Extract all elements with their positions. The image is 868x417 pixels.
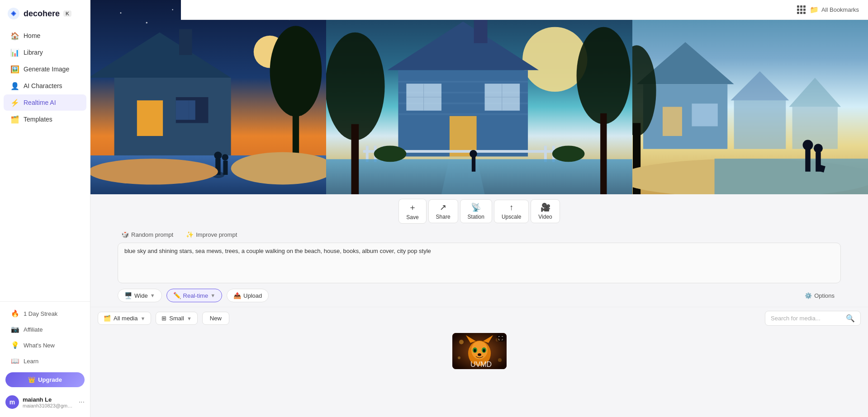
thumbnail-gallery: UVMD ⛶ [90, 329, 868, 373]
learn-item[interactable]: 📖 Learn [4, 353, 86, 369]
user-area[interactable]: m maianh Le maianh310823@gmail.com ··· [0, 391, 90, 413]
sidebar-item-ai-characters[interactable]: 👤 AI Characters [4, 78, 86, 94]
improve-icon: ✨ [186, 231, 194, 238]
prompt-controls: 🖥️ Wide ▼ ✏️ Real-time ▼ 📤 Upload ⚙️ Opt… [118, 289, 841, 302]
svg-rect-37 [398, 81, 528, 83]
affiliate-icon: 📷 [11, 325, 19, 333]
logo-icon [7, 7, 20, 20]
svg-rect-18 [293, 97, 299, 155]
sidebar-item-templates[interactable]: 🗂️ Templates [4, 111, 86, 127]
svg-rect-77 [715, 159, 868, 194]
new-button[interactable]: New [202, 312, 229, 325]
video-label: Video [538, 214, 552, 220]
user-email: maianh310823@gmail.com [23, 403, 75, 408]
learn-label: Learn [24, 358, 38, 365]
station-button[interactable]: 📡 Station [460, 199, 492, 223]
thumb-expand-icon[interactable]: ⛶ [497, 335, 505, 342]
whats-new-item[interactable]: 💡 What's New [4, 337, 86, 353]
search-icon[interactable]: 🔍 [846, 314, 855, 323]
logo-badge[interactable]: K [63, 10, 71, 17]
gear-icon: ⚙️ [805, 292, 812, 299]
mode-chevron: ▼ [210, 293, 215, 298]
user-menu-dots[interactable]: ··· [79, 398, 85, 406]
random-prompt-button[interactable]: 🎲 Random prompt [118, 229, 177, 240]
width-chevron: ▼ [150, 293, 155, 298]
svg-point-3 [146, 22, 147, 23]
gallery-image-right[interactable] [632, 0, 868, 194]
save-button[interactable]: ＋ Save [398, 199, 426, 224]
sidebar-item-label: Realtime AI [24, 99, 56, 106]
upload-label: Upload [243, 292, 262, 299]
bookmarks-label[interactable]: All Bookmarks [821, 6, 859, 13]
svg-point-25 [90, 159, 218, 184]
search-input[interactable] [771, 315, 843, 322]
upscale-icon: ↑ [509, 203, 513, 212]
streak-icon: 🔥 [11, 309, 19, 318]
improve-prompt-button[interactable]: ✨ Improve prompt [182, 229, 241, 240]
sidebar-item-library[interactable]: 📊 Library [4, 44, 86, 61]
svg-point-91 [483, 349, 485, 352]
share-label: Share [436, 214, 451, 220]
sidebar-item-label: Home [24, 32, 40, 39]
whats-new-label: What's New [24, 342, 55, 349]
realtime-mode-button[interactable]: ✏️ Real-time ▼ [166, 289, 223, 302]
size-label: Small [169, 315, 184, 322]
prompt-input[interactable]: blue sky and shining stars, sea mews, tr… [118, 243, 841, 283]
svg-rect-40 [398, 113, 528, 115]
prompt-area: 🎲 Random prompt ✨ Improve prompt blue sk… [90, 226, 868, 307]
affiliate-item[interactable]: 📷 Affiliate [4, 322, 86, 337]
size-select[interactable]: ⊞ Small ▼ [156, 312, 197, 325]
sidebar-item-home[interactable]: 🏠 Home [4, 28, 86, 44]
upgrade-button[interactable]: 👑 Upgrade [5, 372, 85, 387]
upgrade-label: Upgrade [38, 376, 62, 383]
main-content: 📁 All Bookmarks [90, 0, 868, 417]
action-toolbar: ＋ Save ↗ Share 📡 Station ↑ Upscale 🎥 Vid… [90, 194, 868, 226]
avatar-letter: m [9, 398, 15, 406]
gallery-image-left[interactable] [90, 0, 326, 194]
sidebar: decohere K 🏠 Home 📊 Library 🖼️ Generate … [0, 0, 90, 417]
logo-text: decohere [24, 9, 60, 19]
svg-rect-13 [189, 100, 195, 120]
search-media-bar: 🔍 [765, 311, 861, 326]
all-media-select[interactable]: 🗂️ All media ▼ [98, 312, 151, 325]
width-label: Wide [134, 292, 148, 299]
svg-text:UVMD: UVMD [470, 361, 492, 368]
templates-icon: 🗂️ [11, 115, 19, 123]
all-media-label: All media [114, 315, 138, 322]
media-chevron: ▼ [140, 316, 145, 321]
share-button[interactable]: ↗ Share [428, 199, 458, 223]
streak-item[interactable]: 🔥 1 Day Streak [4, 306, 86, 321]
svg-point-63 [374, 146, 407, 162]
sidebar-item-label: AI Characters [24, 82, 62, 89]
svg-point-4 [172, 9, 173, 10]
user-name: maianh Le [23, 396, 75, 403]
thumbnail-item[interactable]: UVMD ⛶ [452, 333, 507, 369]
crown-icon: 👑 [28, 376, 35, 383]
options-button[interactable]: ⚙️ Options [798, 290, 841, 302]
realtime-icon: ✏️ [173, 292, 181, 299]
svg-rect-9 [114, 78, 231, 155]
svg-point-97 [498, 358, 502, 362]
apps-grid-button[interactable] [797, 5, 806, 14]
width-icon: 🖥️ [124, 292, 132, 299]
width-button[interactable]: 🖥️ Wide ▼ [118, 289, 162, 302]
svg-point-81 [814, 144, 823, 153]
upscale-button[interactable]: ↑ Upscale [494, 200, 529, 223]
video-button[interactable]: 🎥 Video [531, 199, 560, 223]
upload-button[interactable]: 📤 Upload [227, 289, 269, 302]
svg-point-79 [803, 140, 813, 150]
svg-point-21 [214, 151, 222, 159]
upload-icon: 📤 [233, 292, 241, 299]
sidebar-item-generate[interactable]: 🖼️ Generate Image [4, 61, 86, 77]
folder-icon: 📁 [810, 5, 819, 14]
svg-point-90 [474, 349, 476, 352]
sidebar-item-label: Generate Image [24, 66, 69, 73]
user-info: maianh Le maianh310823@gmail.com [23, 396, 75, 408]
station-label: Station [468, 214, 484, 220]
svg-rect-58 [351, 124, 359, 194]
gallery-image-center[interactable]: ⛶ [326, 0, 632, 194]
realtime-icon: ⚡ [11, 98, 19, 107]
station-icon: 📡 [471, 202, 481, 212]
affiliate-label: Affiliate [24, 326, 43, 333]
sidebar-item-realtime-ai[interactable]: ⚡ Realtime AI [4, 94, 86, 111]
